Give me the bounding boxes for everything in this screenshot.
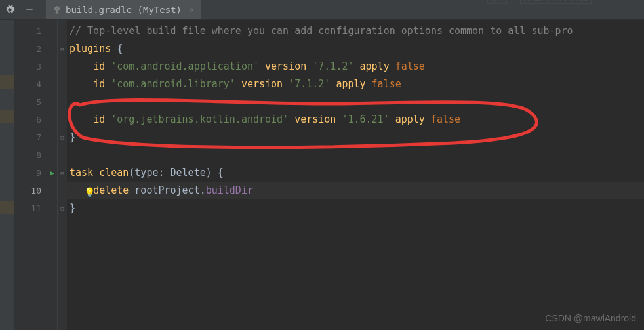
code-line: } <box>67 129 644 146</box>
code-line: task clean(type: Delete) { <box>67 164 644 182</box>
top-toolbar-fragment: app HUAWEI VTR-AL00 <box>487 0 592 4</box>
fold-stripe: ⊟ ⊟ ⊟ ⊟ <box>58 20 67 330</box>
code-line: // Top-level build file where you can ad… <box>67 22 644 40</box>
code-line: plugins { <box>67 40 644 58</box>
fold-close-icon[interactable]: ⊟ <box>58 129 67 146</box>
run-gutter-icon[interactable]: ▶ <box>50 169 54 177</box>
intention-bulb-icon[interactable]: 💡 <box>84 184 94 194</box>
gradle-file-icon <box>52 5 62 14</box>
line-number: 10 <box>14 182 57 199</box>
file-tab-build-gradle[interactable]: build.gradle (MyTest) × <box>46 0 201 19</box>
code-line <box>67 93 644 111</box>
watermark: CSDN @mawlAndroid <box>545 313 636 323</box>
file-tab-label: build.gradle (MyTest) <box>66 5 182 15</box>
editor-area: 1 2 3 4 5 6 7 8 9▶ 10 11 ⊟ ⊟ ⊟ ⊟ // Top-… <box>0 20 644 330</box>
code-line: id 'org.jetbrains.kotlin.android' versio… <box>67 111 644 129</box>
device-chip[interactable]: HUAWEI VTR-AL00 <box>520 0 592 4</box>
line-number: 6 <box>14 111 57 129</box>
left-tool-stripe <box>0 20 14 330</box>
line-number: 8 <box>14 146 57 164</box>
run-config-chip[interactable]: app <box>487 0 507 4</box>
code-line: id 'com.android.application' version '7.… <box>67 58 644 75</box>
settings-icon[interactable] <box>4 4 16 16</box>
line-number: 1 <box>14 22 57 40</box>
line-number-gutter: 1 2 3 4 5 6 7 8 9▶ 10 11 <box>14 20 58 330</box>
fold-close-icon[interactable]: ⊟ <box>58 199 67 217</box>
line-number: 11 <box>14 199 57 217</box>
collapse-icon[interactable] <box>24 4 35 16</box>
bookmark-marker <box>0 75 14 89</box>
bookmark-marker <box>0 110 14 123</box>
line-number: 9▶ <box>14 164 57 182</box>
line-number: 7 <box>14 129 57 146</box>
line-number: 3 <box>14 58 57 75</box>
code-line-current: delete rootProject.buildDir <box>67 182 644 199</box>
code-line: id 'com.android.library' version '7.1.2'… <box>67 75 644 93</box>
fold-open-icon[interactable]: ⊟ <box>58 164 67 182</box>
fold-marker <box>58 22 67 40</box>
code-line <box>67 146 644 164</box>
line-number: 4 <box>14 75 57 93</box>
code-editor[interactable]: // Top-level build file where you can ad… <box>67 20 644 330</box>
code-line: } <box>67 199 644 217</box>
close-tab-icon[interactable]: × <box>190 5 194 14</box>
fold-open-icon[interactable]: ⊟ <box>58 40 67 58</box>
bookmark-marker <box>0 201 14 214</box>
line-number: 5 <box>14 93 57 111</box>
line-number: 2 <box>14 40 57 58</box>
